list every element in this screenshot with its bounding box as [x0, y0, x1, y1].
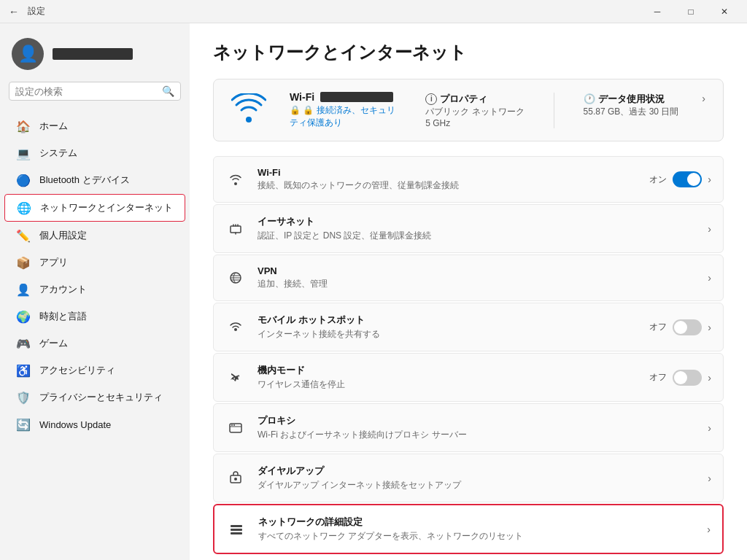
nav-icon-apps: 📦 [16, 255, 31, 270]
toggle-thumb-airplane [674, 371, 687, 384]
close-button[interactable]: ✕ [708, 0, 741, 23]
nav-icon-time: 🌍 [16, 309, 31, 324]
settings-title-hotspot: モバイル ホットスポット [258, 314, 638, 327]
settings-item-hotspot[interactable]: モバイル ホットスポット インターネット接続を共有する オフ › [213, 303, 724, 351]
minimize-button[interactable]: ─ [640, 0, 674, 23]
toggle-wifi[interactable] [673, 171, 702, 187]
wifi-data-sub: 55.87 GB、過去 30 日間 [584, 106, 679, 118]
avatar-icon: 👤 [18, 44, 38, 63]
sidebar-item-accounts[interactable]: 👤 アカウント [4, 276, 185, 303]
settings-item-dialup[interactable]: ダイヤルアップ ダイヤルアップ インターネット接続をセットアップ › [213, 454, 724, 502]
search-input[interactable] [15, 86, 158, 97]
toggle-airplane[interactable] [673, 370, 702, 386]
sidebar-item-windows-update[interactable]: 🔄 Windows Update [4, 411, 185, 438]
sidebar-item-accessibility[interactable]: ♿ アクセシビリティ [4, 357, 185, 384]
sidebar-item-gaming[interactable]: 🎮 ゲーム [4, 330, 185, 357]
nav-label-system: システム [39, 147, 77, 160]
maximize-button[interactable]: □ [674, 0, 708, 23]
settings-text-proxy: プロキシ Wi-Fi およびイーサネット接続向けプロキシ サーバー [258, 414, 696, 441]
main-window: 👤 🔍 🏠 ホーム 💻 システム 🔵 Bluetooth とデバイス 🌐 ネット… [0, 23, 747, 560]
nav-icon-network: 🌐 [17, 201, 31, 215]
settings-right-wifi: オン › [649, 171, 711, 187]
toggle-thumb-hotspot [674, 321, 687, 334]
settings-right-airplane: オフ › [649, 370, 711, 386]
settings-text-hotspot: モバイル ホットスポット インターネット接続を共有する [258, 314, 638, 341]
settings-right-vpn: › [708, 272, 711, 284]
wifi-meta: i プロパティ パブリック ネットワーク 5 GHz 🕐 データ使用状況 55.… [425, 93, 705, 128]
wifi-header: Wi-Fi 🔒 🔒 接続済み、セキュリティ保護あり i プロパティ パブリック … [213, 79, 724, 141]
svg-rect-0 [231, 226, 241, 233]
settings-desc-dialup: ダイヤルアップ インターネット接続をセットアップ [258, 479, 696, 491]
settings-title-vpn: VPN [258, 265, 696, 276]
settings-right-hotspot: オフ › [649, 319, 711, 335]
nav-icon-gaming: 🎮 [16, 336, 31, 351]
settings-icon-hotspot [225, 317, 246, 338]
title-bar: ← 設定 ─ □ ✕ [0, 0, 747, 23]
nav-label-accessibility: アクセシビリティ [39, 364, 115, 377]
settings-icon-vpn [225, 268, 246, 288]
settings-icon-proxy [225, 418, 246, 438]
svg-rect-9 [231, 529, 242, 531]
svg-point-2 [234, 328, 237, 331]
wifi-large-icon [231, 93, 266, 128]
toggle-thumb-wifi [687, 173, 700, 186]
settings-item-vpn[interactable]: VPN 追加、接続、管理 › [213, 254, 724, 301]
nav-icon-accounts: 👤 [16, 282, 31, 297]
chevron-icon-airplane: › [708, 372, 711, 384]
chevron-icon-hotspot: › [708, 322, 711, 333]
settings-text-dialup: ダイヤルアップ ダイヤルアップ インターネット接続をセットアップ [258, 464, 696, 491]
wifi-svg-icon [231, 93, 266, 122]
sidebar-item-privacy[interactable]: 🛡️ プライバシーとセキュリティ [4, 384, 185, 411]
search-box[interactable]: 🔍 [9, 82, 181, 101]
nav-icon-home: 🏠 [16, 119, 31, 133]
settings-title-ethernet: イーサネット [258, 215, 696, 228]
back-button[interactable]: ← [6, 6, 22, 18]
sidebar: 👤 🔍 🏠 ホーム 💻 システム 🔵 Bluetooth とデバイス 🌐 ネット… [0, 23, 190, 560]
settings-item-proxy[interactable]: プロキシ Wi-Fi およびイーサネット接続向けプロキシ サーバー › [213, 403, 724, 452]
settings-item-airplane[interactable]: 機内モード ワイヤレス通信を停止 オフ › [213, 353, 724, 402]
sidebar-item-home[interactable]: 🏠 ホーム [4, 113, 185, 139]
sidebar-item-system[interactable]: 💻 システム [4, 140, 185, 166]
title-bar-title: 設定 [28, 5, 45, 18]
settings-title-airplane: 機内モード [258, 364, 638, 377]
settings-text-advanced: ネットワークの詳細設定 すべてのネットワーク アダプターを表示、ネットワークのリ… [258, 516, 695, 542]
settings-list: Wi-Fi 接続、既知のネットワークの管理、従量制課金接続 オン › イーサネッ… [213, 156, 724, 554]
settings-item-wifi[interactable]: Wi-Fi 接続、既知のネットワークの管理、従量制課金接続 オン › [213, 156, 724, 203]
settings-right-dialup: › [708, 472, 711, 484]
settings-text-wifi: Wi-Fi 接続、既知のネットワークの管理、従量制課金接続 [258, 167, 638, 192]
svg-rect-8 [231, 525, 242, 527]
settings-desc-hotspot: インターネット接続を共有する [258, 328, 638, 341]
avatar: 👤 [12, 38, 44, 70]
sidebar-item-network[interactable]: 🌐 ネットワークとインターネット [4, 194, 185, 222]
settings-title-dialup: ダイヤルアップ [258, 464, 696, 478]
settings-icon-dialup [225, 468, 246, 489]
wifi-property[interactable]: i プロパティ パブリック ネットワーク 5 GHz [425, 93, 524, 128]
sidebar-item-personalization[interactable]: ✏️ 個人用設定 [4, 222, 185, 249]
chevron-icon-advanced: › [707, 524, 711, 535]
wifi-header-chevron: › [702, 93, 705, 128]
settings-desc-airplane: ワイヤレス通信を停止 [258, 378, 638, 391]
content-area: ネットワークとインターネット Wi-Fi 🔒 🔒 接続 [190, 23, 747, 560]
nav-label-apps: アプリ [39, 256, 68, 269]
settings-item-advanced[interactable]: ネットワークの詳細設定 すべてのネットワーク アダプターを表示、ネットワークのリ… [213, 504, 724, 554]
nav-label-network: ネットワークとインターネット [40, 201, 173, 214]
svg-point-5 [233, 424, 235, 426]
settings-title-advanced: ネットワークの詳細設定 [258, 516, 695, 529]
nav-label-gaming: ゲーム [39, 337, 68, 350]
chevron-icon-wifi: › [708, 174, 711, 185]
nav-icon-system: 💻 [16, 146, 31, 160]
settings-item-ethernet[interactable]: イーサネット 認証、IP 設定と DNS 設定、従量制課金接続 › [213, 204, 724, 253]
page-title: ネットワークとインターネット [213, 41, 724, 64]
toggle-label-airplane: オフ [649, 371, 667, 384]
nav-label-time: 時刻と言語 [39, 310, 87, 323]
wifi-data-usage[interactable]: 🕐 データ使用状況 55.87 GB、過去 30 日間 [584, 93, 679, 128]
wifi-data-label: 🕐 データ使用状況 [584, 93, 665, 106]
nav-label-home: ホーム [39, 120, 68, 133]
chevron-icon-ethernet: › [708, 223, 711, 235]
sidebar-item-apps[interactable]: 📦 アプリ [4, 249, 185, 276]
sidebar-item-time[interactable]: 🌍 時刻と言語 [4, 303, 185, 330]
settings-desc-ethernet: 認証、IP 設定と DNS 設定、従量制課金接続 [258, 230, 696, 242]
sidebar-item-bluetooth[interactable]: 🔵 Bluetooth とデバイス [4, 167, 185, 193]
toggle-hotspot[interactable] [673, 319, 702, 335]
settings-right-ethernet: › [708, 223, 711, 235]
